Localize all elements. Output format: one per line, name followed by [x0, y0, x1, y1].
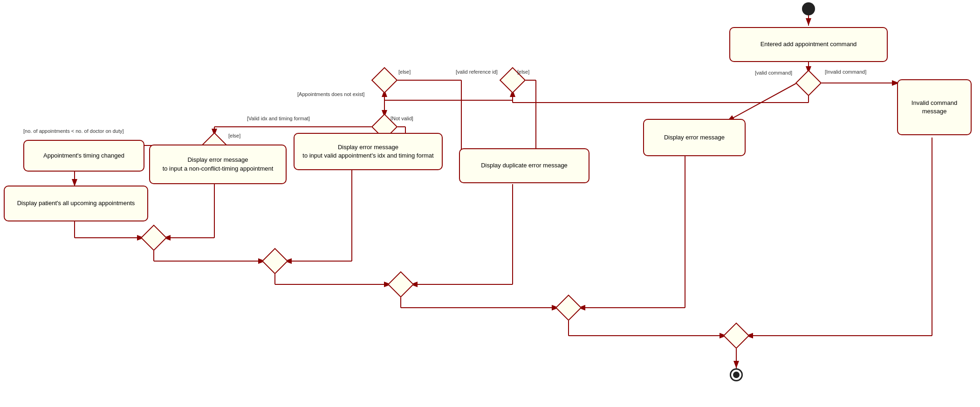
- diamond-valid-command: [795, 70, 822, 97]
- label-else2: [else]: [398, 69, 411, 75]
- label-valid-idx: [Valid idx and timing format]: [247, 116, 310, 121]
- display-upcoming-node: Display patient's all upcoming appointme…: [4, 186, 148, 221]
- merge2-diamond: [262, 248, 288, 275]
- diamond-appt-exist: [371, 67, 398, 94]
- label-else3: [else]: [228, 133, 240, 138]
- label-valid-ref-id: [valid reference id]: [456, 69, 498, 75]
- svg-line-4: [727, 83, 797, 121]
- end-inner: [733, 372, 740, 378]
- display-error-msg-node: Display error message: [643, 119, 746, 156]
- label-invalid-command: [Invalid command]: [825, 69, 866, 75]
- display-error-idx-node: Display error message to input valid app…: [294, 133, 443, 170]
- appt-timing-changed-node: Appointment's timing changed: [23, 140, 144, 172]
- diagram-container: Entered add appointment command Invalid …: [0, 0, 980, 407]
- label-appt-not-exist: [Appointments does not exist]: [297, 91, 364, 97]
- merge1-diamond: [141, 225, 167, 251]
- entered-command-node: Entered add appointment command: [729, 27, 888, 62]
- merge5-diamond: [723, 323, 750, 349]
- label-else1: [else]: [517, 69, 529, 75]
- merge3-diamond: [388, 271, 414, 298]
- label-not-valid: [Not valid]: [391, 116, 413, 121]
- end-node: [730, 368, 743, 381]
- display-error-conflict-node: Display error message to input a non-con…: [149, 145, 287, 184]
- start-node: [802, 2, 815, 15]
- display-duplicate-node: Display duplicate error message: [459, 148, 589, 183]
- merge4-diamond: [555, 295, 582, 321]
- invalid-command-node: Invalid command message: [897, 79, 972, 135]
- label-valid-command: [valid command]: [755, 70, 792, 76]
- label-no-appointments: [no. of appointments < no. of doctor on …: [23, 128, 124, 134]
